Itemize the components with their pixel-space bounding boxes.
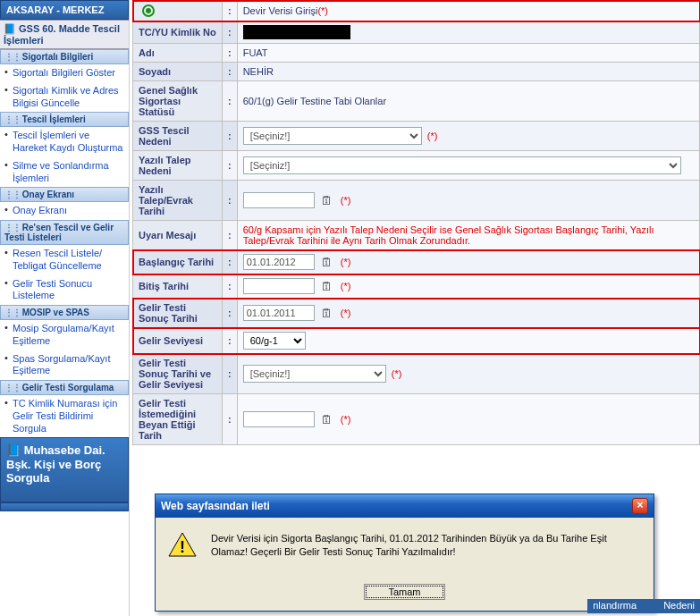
val-istemedi: 🗓 (*) [237,394,699,445]
redacted-bar [243,25,350,39]
sidebar-item-gelir-listele[interactable]: Gelir Testi Sonucu Listeleme [0,275,129,306]
calendar-icon[interactable]: 🗓 [321,280,335,294]
sidebar-item-silme[interactable]: Silme ve Sonlandırma İşlemleri [0,157,129,188]
val-gelir-seviyesi: 60/g-1 [237,328,699,354]
lbl-adi: Adı [133,44,223,63]
input-talep-tarihi[interactable] [243,192,315,208]
val-baslangic: 🗓 (*) [237,250,699,274]
sidebar-item-spas[interactable]: Spas Sorgulama/Kayıt Eşitleme [0,350,129,381]
val-adi: FUAT [237,44,699,63]
lbl-gt-sonuc: Gelir Testi Sonuç Tarihi [133,299,223,328]
sidebar: AKSARAY - MERKEZ 📘 GSS 60. Madde Tescil … [0,0,130,616]
sidebar-module-title[interactable]: 📘 GSS 60. Madde Tescil İşlemleri [0,20,129,49]
val-soyadi: NEHİR [237,63,699,81]
val-gt-sonuc: 🗓 (*) [237,299,699,328]
sidebar-section-mosip[interactable]: MOSIP ve SPAS [0,305,129,320]
lbl-tescil-nedeni: GSS Tescil Nedeni [133,122,223,151]
input-gt-sonuc[interactable] [243,305,315,321]
sidebar-item-resen-listele[interactable]: Resen Tescil Listele/ Tebligat Güncellem… [0,245,129,275]
form-table: : Devir Verisi Girişi(*) TC/YU Kimlik No… [132,0,700,445]
sidebar-item-kimlik-guncelle[interactable]: Sigortalı Kimlik ve Adres Bilgisi Güncel… [0,82,129,113]
sidebar-bottom-module[interactable]: 📘 Muhasebe Dai. Bşk. Kişi ve Borç Sorgul… [0,437,129,502]
calendar-icon[interactable]: 🗓 [321,256,335,270]
sidebar-item-tescil-olustur[interactable]: Tescil İşlemleri ve Hareket Kaydı Oluştu… [0,127,129,157]
val-tescil-nedeni: [Seçiniz!] (*) [237,122,699,151]
sidebar-section-sigortali[interactable]: Sigortalı Bilgileri [0,49,129,64]
svg-text:!: ! [180,538,185,556]
calendar-icon[interactable]: 🗓 [321,307,335,321]
lbl-tcyu: TC/YU Kimlik No [133,21,223,44]
dialog-message: Devir Verisi için Sigorta Başlangıç Tari… [211,532,641,559]
calendar-icon[interactable]: 🗓 [321,413,335,427]
lbl-talep-tarihi: Yazılı Talep/Evrak Tarihi [133,181,223,221]
lbl-talep-nedeni: Yazılı Talep Nedeni [133,151,223,181]
lbl-baslangic: Başlangıç Tarihi [133,250,223,274]
sidebar-section-resen[interactable]: Re'sen Tescil ve Gelir Testi Listeleri [0,220,129,245]
dialog-title: Web sayfasından ileti [161,500,270,512]
input-baslangic[interactable] [243,254,315,270]
radio-checked-icon[interactable] [142,4,155,17]
content: : Devir Verisi Girişi(*) TC/YU Kimlik No… [130,0,700,616]
sidebar-section-onay[interactable]: Onay Ekranı [0,187,129,202]
input-istemedi[interactable] [243,411,315,427]
select-gt-sonuc-seviye[interactable]: [Seçiniz!] [243,365,386,383]
sidebar-item-onay[interactable]: Onay Ekranı [0,202,129,220]
mode-label: Devir Verisi Girişi(*) [237,1,699,21]
sidebar-partial-row [0,502,129,511]
lbl-gt-sonuc-seviye: Gelir Testi Sonuç Tarihi ve Gelir Seviye… [133,354,223,394]
book-icon: 📘 [4,23,16,34]
radio-cell[interactable] [133,1,223,21]
lbl-gss-statu: Genel Sağlık Sigortası Statüsü [133,81,223,122]
bottom-strip: nlandırma Nedeni [587,599,700,613]
lbl-istemedi: Gelir Testi İstemediğini Beyan Ettiği Ta… [133,394,223,445]
sidebar-section-tescil[interactable]: Tescil İşlemleri [0,112,129,127]
lbl-uyari: Uyarı Mesajı [133,221,223,250]
sidebar-item-mosip[interactable]: Mosip Sorgulama/Kayıt Eşitleme [0,320,129,350]
lbl-gelir-seviyesi: Gelir Seviyesi [133,328,223,354]
lbl-soyadi: Soyadı [133,63,223,81]
lbl-bitis: Bitiş Tarihi [133,274,223,299]
select-tescil-nedeni[interactable]: [Seçiniz!] [243,127,422,145]
select-gelir-seviyesi[interactable]: 60/g-1 [243,332,306,350]
close-icon[interactable]: × [632,498,648,514]
input-bitis[interactable] [243,278,315,294]
val-talep-tarihi: 🗓 (*) [237,181,699,221]
calendar-icon[interactable]: 🗓 [321,194,335,208]
val-uyari: 60/g Kapsamı için Yazılı Talep Nedeni Se… [237,221,699,250]
warning-icon: ! [168,532,197,557]
alert-dialog: Web sayfasından ileti × ! Devir Verisi i… [155,494,654,612]
sidebar-location: AKSARAY - MERKEZ [0,0,129,20]
sidebar-item-tc-sorgula[interactable]: TC Kimlik Numarası için Gelir Testi Bild… [0,395,129,437]
val-gss-statu: 60/1(g) Gelir Testine Tabi Olanlar [237,81,699,122]
ok-button[interactable]: Tamam [364,584,444,600]
val-talep-nedeni: [Seçiniz!] [237,151,699,181]
select-talep-nedeni[interactable]: [Seçiniz!] [243,156,681,174]
val-tcyu [237,21,699,44]
val-bitis: 🗓 (*) [237,274,699,299]
book-icon: 📘 [6,443,21,457]
dialog-titlebar[interactable]: Web sayfasından ileti × [156,494,654,518]
sidebar-section-gelir-sorgu[interactable]: Gelir Testi Sorgulama [0,380,129,395]
val-gt-sonuc-seviye: [Seçiniz!] (*) [237,354,699,394]
sidebar-item-sigortali-goster[interactable]: Sigortalı Bilgileri Göster [0,64,129,82]
